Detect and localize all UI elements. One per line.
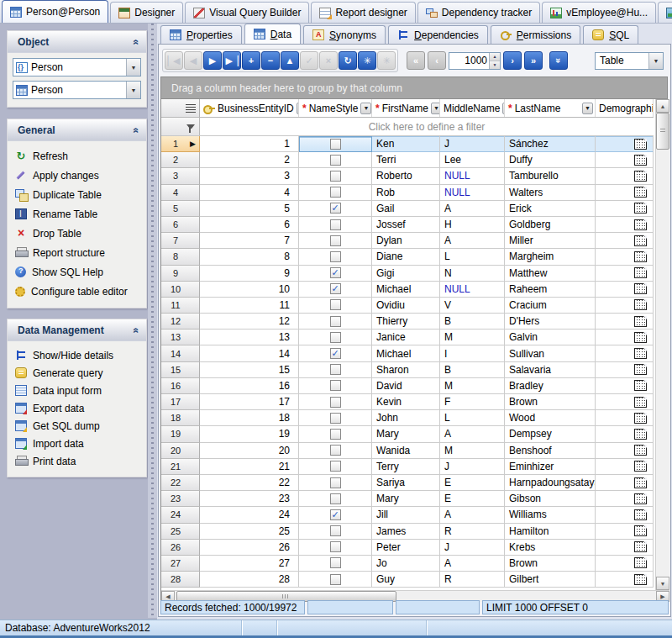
memo-icon[interactable]	[634, 509, 647, 520]
checkbox[interactable]	[330, 299, 341, 310]
cell-businessentityid[interactable]: 10	[200, 282, 299, 298]
checkbox[interactable]	[330, 235, 341, 246]
cell-middlename[interactable]: E	[440, 491, 505, 507]
editor-tab-dependencies[interactable]: Dependencies	[388, 25, 488, 44]
table-row[interactable]: 2222SariyaEHarnpadoungsataya	[161, 475, 654, 491]
cell-lastname[interactable]: Brown	[505, 556, 596, 572]
memo-icon[interactable]	[634, 332, 647, 343]
row-header[interactable]: 22	[161, 475, 200, 491]
checkbox[interactable]	[330, 155, 341, 166]
sidebar-item-generate-query[interactable]: Generate query	[13, 364, 141, 382]
table-row[interactable]: 1010✓MichaelNULLRaheem	[161, 282, 654, 298]
cell-businessentityid[interactable]: 20	[200, 443, 299, 459]
cell-businessentityid[interactable]: 1	[200, 136, 299, 152]
cell-middlename[interactable]: B	[440, 314, 505, 330]
table-row[interactable]: 1313JaniceMGalvin	[161, 330, 654, 345]
row-header[interactable]: 10	[161, 282, 200, 298]
row-header[interactable]: 18	[161, 410, 200, 426]
row-header[interactable]: 21	[161, 459, 200, 475]
cell-demographics[interactable]	[596, 168, 654, 184]
cell-firstname[interactable]: Guy	[372, 572, 440, 588]
cell-middlename[interactable]: A	[440, 201, 505, 217]
cell-middlename[interactable]: L	[440, 249, 505, 265]
cell-firstname[interactable]: Dylan	[372, 233, 440, 249]
checkbox[interactable]	[330, 461, 341, 472]
cell-firstname[interactable]: Ovidiu	[372, 298, 440, 314]
table-row[interactable]: 1818JohnLWood	[161, 410, 654, 426]
cell-middlename[interactable]: E	[440, 475, 505, 491]
cell-lastname[interactable]: Goldberg	[505, 217, 596, 233]
row-header[interactable]: 13	[161, 330, 200, 345]
table-row[interactable]: 2121TerryJEminhizer	[161, 459, 654, 475]
cell-demographics[interactable]	[596, 443, 654, 459]
memo-icon[interactable]	[634, 219, 647, 230]
cell-firstname[interactable]: Thierry	[372, 314, 440, 330]
sidebar-item-report-structure[interactable]: Report structure	[13, 243, 141, 262]
scroll-down-icon[interactable]: ▼	[656, 577, 669, 590]
cell-businessentityid[interactable]: 22	[200, 475, 299, 491]
cell-lastname[interactable]: Cracium	[505, 298, 596, 314]
cell-demographics[interactable]	[596, 233, 654, 249]
schema-combo[interactable]: Person ▼	[13, 58, 141, 76]
delete-record-button[interactable]: −	[261, 51, 280, 70]
cell-demographics[interactable]	[596, 217, 654, 233]
chevron-down-icon[interactable]: ▼	[126, 59, 140, 76]
cell-businessentityid[interactable]: 2	[200, 152, 299, 168]
cell-namestyle[interactable]: ✓	[299, 201, 372, 217]
column-filter-dropdown-icon[interactable]: ▼	[360, 103, 371, 114]
column-filter-dropdown-icon[interactable]: ▼	[582, 103, 593, 114]
cell-namestyle[interactable]	[299, 572, 372, 588]
sidebar-item-duplicate-table[interactable]: Duplicate Table	[13, 185, 141, 204]
cell-namestyle[interactable]	[299, 378, 372, 394]
commit-button[interactable]: ✳	[358, 51, 376, 70]
memo-icon[interactable]	[634, 139, 647, 150]
cell-namestyle[interactable]	[299, 249, 372, 265]
column-header-firstname[interactable]: *FirstName▼	[372, 99, 440, 117]
cell-businessentityid[interactable]: 6	[200, 217, 299, 233]
checkbox[interactable]	[330, 380, 341, 391]
cell-demographics[interactable]	[596, 185, 654, 201]
row-header[interactable]: 9	[161, 266, 200, 282]
table-row[interactable]: 44RobNULLWalters	[161, 185, 654, 201]
table-row[interactable]: 22TerriLeeDuffy	[161, 152, 654, 168]
memo-icon[interactable]	[634, 171, 647, 182]
table-row[interactable]: 1616DavidMBradley	[161, 378, 654, 394]
row-header[interactable]: 1▶	[161, 136, 200, 152]
checkbox[interactable]	[330, 187, 341, 198]
sidebar-item-export-data[interactable]: Export data	[13, 399, 141, 417]
table-row[interactable]: 2020WanidaMBenshoof	[161, 443, 654, 459]
cell-middlename[interactable]: A	[440, 233, 505, 249]
memo-icon[interactable]	[634, 187, 647, 198]
row-header[interactable]: 6	[161, 217, 200, 233]
cell-lastname[interactable]: Wood	[505, 410, 596, 426]
table-row[interactable]: 77DylanAMiller	[161, 233, 654, 249]
checkbox[interactable]	[330, 525, 341, 536]
memo-icon[interactable]	[634, 364, 647, 375]
next-page-button[interactable]: ›	[503, 51, 522, 70]
checkbox[interactable]: ✓	[330, 267, 341, 278]
data-management-panel-header[interactable]: Data Management «	[8, 319, 146, 341]
table-row[interactable]: 1▶1KenJSánchez	[161, 136, 654, 152]
cell-firstname[interactable]: Mary	[372, 491, 440, 507]
cell-firstname[interactable]: Sariya	[372, 475, 440, 491]
cell-namestyle[interactable]	[299, 185, 372, 201]
cell-demographics[interactable]	[596, 524, 654, 540]
memo-icon[interactable]	[634, 251, 647, 262]
cell-namestyle[interactable]	[299, 475, 372, 491]
sidebar-item-apply-changes[interactable]: Apply changes	[13, 166, 141, 185]
column-header-lastname[interactable]: *LastName▼	[505, 99, 596, 117]
table-row[interactable]: 2727JoABrown	[161, 556, 654, 572]
memo-icon[interactable]	[634, 493, 647, 504]
cell-demographics[interactable]	[596, 394, 654, 410]
record-count-stepper[interactable]: ▲ ▼	[489, 53, 500, 69]
memo-icon[interactable]	[634, 541, 647, 552]
cell-demographics[interactable]	[596, 201, 654, 217]
vertical-scrollbar[interactable]: ▲ ▼	[655, 99, 669, 590]
cell-demographics[interactable]	[596, 378, 654, 394]
sidebar-splitter[interactable]	[148, 24, 157, 618]
row-header[interactable]: 16	[161, 378, 200, 394]
cell-namestyle[interactable]	[299, 217, 372, 233]
cell-namestyle[interactable]	[299, 394, 372, 410]
sidebar-item-refresh[interactable]: ↻Refresh	[13, 146, 141, 166]
cell-namestyle[interactable]	[299, 136, 372, 152]
